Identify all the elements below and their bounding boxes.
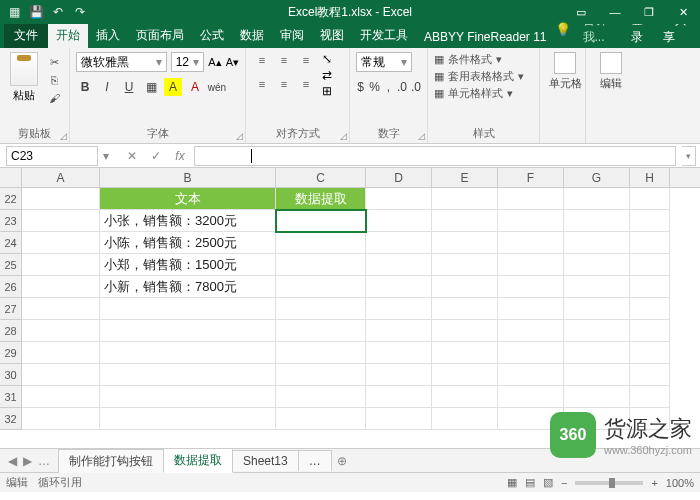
cell[interactable] xyxy=(564,276,630,298)
cell[interactable] xyxy=(100,386,276,408)
view-pagebreak-icon[interactable]: ▧ xyxy=(543,476,553,489)
table-format-button[interactable]: ▦套用表格格式 ▾ xyxy=(434,69,533,84)
cell[interactable] xyxy=(276,408,366,430)
cell[interactable] xyxy=(432,210,498,232)
cell[interactable] xyxy=(498,386,564,408)
cell[interactable] xyxy=(22,408,100,430)
cell[interactable] xyxy=(630,342,670,364)
tab-home[interactable]: 开始 xyxy=(48,23,88,48)
wrap-text-icon[interactable]: ⇄ xyxy=(322,68,332,82)
row-header[interactable]: 31 xyxy=(0,386,22,408)
italic-button[interactable]: I xyxy=(98,78,116,96)
cell[interactable] xyxy=(498,232,564,254)
cell-data[interactable]: 小张，销售额：3200元 xyxy=(100,210,276,232)
cell[interactable] xyxy=(22,210,100,232)
tab-layout[interactable]: 页面布局 xyxy=(128,23,192,48)
cell[interactable] xyxy=(630,188,670,210)
cell[interactable] xyxy=(276,298,366,320)
cell[interactable] xyxy=(498,210,564,232)
view-normal-icon[interactable]: ▦ xyxy=(507,476,517,489)
cell[interactable] xyxy=(22,188,100,210)
tab-insert[interactable]: 插入 xyxy=(88,23,128,48)
row-header[interactable]: 32 xyxy=(0,408,22,430)
select-all-corner[interactable] xyxy=(0,168,22,187)
cell-header-C[interactable]: 数据提取 xyxy=(276,188,366,210)
sheet-tab[interactable]: 制作能打钩按钮 xyxy=(58,449,164,473)
cell[interactable] xyxy=(498,364,564,386)
font-name-select[interactable]: 微软雅黑▾ xyxy=(76,52,167,72)
cell[interactable] xyxy=(22,276,100,298)
cell[interactable] xyxy=(432,320,498,342)
cell[interactable] xyxy=(276,232,366,254)
cell[interactable] xyxy=(630,254,670,276)
cell[interactable] xyxy=(366,254,432,276)
align-left-icon[interactable]: ≡ xyxy=(252,76,272,92)
cell[interactable] xyxy=(100,298,276,320)
cell[interactable] xyxy=(100,408,276,430)
dialog-launcher-icon[interactable]: ◿ xyxy=(418,131,425,141)
cell[interactable] xyxy=(432,298,498,320)
currency-icon[interactable]: $ xyxy=(356,78,365,96)
border-icon[interactable]: ▦ xyxy=(142,78,160,96)
font-color-icon[interactable]: A xyxy=(186,78,204,96)
align-top-icon[interactable]: ≡ xyxy=(252,52,272,68)
tab-abbyy[interactable]: ABBYY FineReader 11 xyxy=(416,26,555,48)
cell[interactable] xyxy=(276,320,366,342)
cell[interactable] xyxy=(100,320,276,342)
cell[interactable] xyxy=(498,298,564,320)
edit-button[interactable]: 编辑 xyxy=(592,52,630,91)
cell[interactable] xyxy=(432,188,498,210)
cell[interactable] xyxy=(366,320,432,342)
increase-decimal-icon[interactable]: .0 xyxy=(397,78,407,96)
tab-dev[interactable]: 开发工具 xyxy=(352,23,416,48)
format-painter-icon[interactable]: 🖌 xyxy=(45,90,63,106)
cell[interactable] xyxy=(564,342,630,364)
cell[interactable] xyxy=(276,342,366,364)
col-header-B[interactable]: B xyxy=(100,168,276,187)
row-header[interactable]: 22 xyxy=(0,188,22,210)
row-header[interactable]: 23 xyxy=(0,210,22,232)
redo-icon[interactable]: ↷ xyxy=(72,4,88,20)
align-center-icon[interactable]: ≡ xyxy=(274,76,294,92)
cell[interactable] xyxy=(366,342,432,364)
tab-formula[interactable]: 公式 xyxy=(192,23,232,48)
align-right-icon[interactable]: ≡ xyxy=(296,76,316,92)
cell[interactable] xyxy=(276,276,366,298)
minimize-icon[interactable]: — xyxy=(598,0,632,24)
dialog-launcher-icon[interactable]: ◿ xyxy=(236,131,243,141)
cell[interactable] xyxy=(366,188,432,210)
cell-style-button[interactable]: ▦单元格样式 ▾ xyxy=(434,86,533,101)
cell[interactable] xyxy=(276,254,366,276)
cell[interactable] xyxy=(564,298,630,320)
cell[interactable] xyxy=(432,386,498,408)
cell[interactable] xyxy=(366,232,432,254)
row-header[interactable]: 24 xyxy=(0,232,22,254)
cell[interactable] xyxy=(366,408,432,430)
cell[interactable] xyxy=(366,298,432,320)
cell-data[interactable]: 小新，销售额：7800元 xyxy=(100,276,276,298)
cell[interactable] xyxy=(432,342,498,364)
restore-icon[interactable]: ❐ xyxy=(632,0,666,24)
sheet-tab[interactable]: Sheet13 xyxy=(232,450,299,471)
cell[interactable] xyxy=(498,320,564,342)
cell-data[interactable]: 小陈，销售额：2500元 xyxy=(100,232,276,254)
cell[interactable] xyxy=(432,254,498,276)
zoom-level[interactable]: 100% xyxy=(666,477,694,489)
cell[interactable] xyxy=(564,188,630,210)
formula-bar[interactable] xyxy=(194,146,676,166)
sheet-tab-more[interactable]: … xyxy=(298,450,332,471)
col-header-E[interactable]: E xyxy=(432,168,498,187)
row-header[interactable]: 25 xyxy=(0,254,22,276)
cell[interactable] xyxy=(630,386,670,408)
underline-button[interactable]: U xyxy=(120,78,138,96)
align-bottom-icon[interactable]: ≡ xyxy=(296,52,316,68)
save-icon[interactable]: 💾 xyxy=(28,4,44,20)
fill-color-icon[interactable]: A xyxy=(164,78,182,96)
cell[interactable] xyxy=(630,232,670,254)
decrease-decimal-icon[interactable]: .0 xyxy=(411,78,421,96)
cell-header-B[interactable]: 文本 xyxy=(100,188,276,210)
orientation-icon[interactable]: ⤡ xyxy=(322,52,332,66)
copy-icon[interactable]: ⎘ xyxy=(45,72,63,88)
cut-icon[interactable]: ✂ xyxy=(45,54,63,70)
cell[interactable] xyxy=(22,364,100,386)
